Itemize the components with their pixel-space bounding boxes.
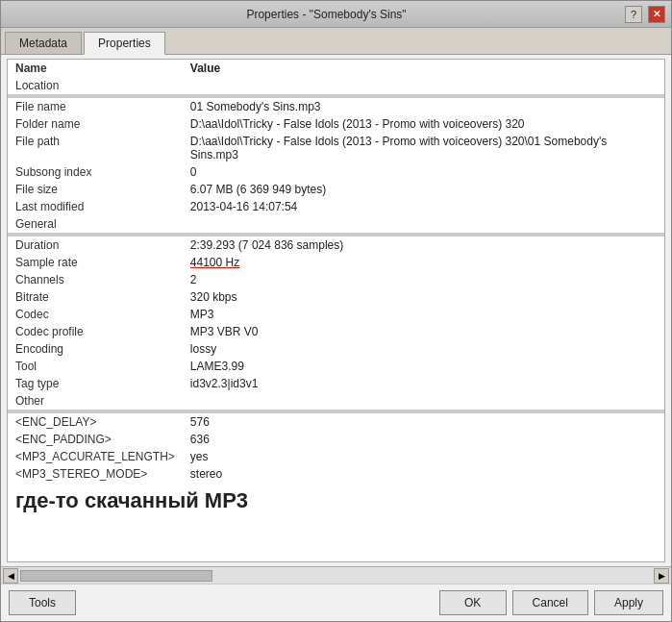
prop-name: Subsong index bbox=[8, 163, 183, 181]
prop-name: <MP3_ACCURATE_LENGTH> bbox=[8, 448, 183, 465]
prop-value: 2:39.293 (7 024 836 samples) bbox=[183, 236, 664, 254]
table-row: Codec MP3 bbox=[8, 306, 664, 323]
properties-table: Name Value Location File name 01 Somebod… bbox=[8, 60, 664, 483]
prop-name: Last modified bbox=[8, 198, 183, 215]
prop-name: Sample rate bbox=[8, 254, 183, 271]
prop-value: lossy bbox=[183, 340, 664, 358]
cancel-button[interactable]: Cancel bbox=[512, 590, 588, 615]
col-value-header: Value bbox=[183, 60, 664, 77]
prop-value: 320 kbps bbox=[183, 288, 664, 306]
prop-value: D:\aa\Idol\Tricky - False Idols (2013 - … bbox=[183, 115, 664, 133]
apply-button[interactable]: Apply bbox=[594, 590, 663, 615]
prop-value: MP3 bbox=[183, 306, 664, 323]
prop-name: Tag type bbox=[8, 375, 183, 392]
footer: Tools OK Cancel Apply bbox=[1, 584, 671, 621]
table-row: File size 6.07 MB (6 369 949 bytes) bbox=[8, 181, 664, 198]
horizontal-scrollbar[interactable]: ◀ ▶ bbox=[1, 566, 671, 584]
table-row: Tag type id3v2.3|id3v1 bbox=[8, 375, 664, 392]
table-row: File path D:\aa\Idol\Tricky - False Idol… bbox=[8, 133, 664, 163]
scroll-left-button[interactable]: ◀ bbox=[3, 568, 18, 584]
table-row: File name 01 Somebody's Sins.mp3 bbox=[8, 98, 664, 115]
table-row: Encoding lossy bbox=[8, 340, 664, 358]
prop-value: 01 Somebody's Sins.mp3 bbox=[183, 98, 664, 115]
section-general-header: General bbox=[8, 215, 664, 233]
tab-metadata[interactable]: Metadata bbox=[5, 32, 82, 54]
table-row: Subsong index 0 bbox=[8, 163, 664, 181]
table-row: Folder name D:\aa\Idol\Tricky - False Id… bbox=[8, 115, 664, 133]
annotation-text: где-то скачанный MP3 bbox=[8, 483, 664, 517]
ok-button[interactable]: OK bbox=[439, 590, 507, 615]
title-bar: Properties - "Somebody's Sins" ? ✕ bbox=[1, 1, 671, 28]
prop-value: 44100 Hz bbox=[183, 254, 664, 271]
col-name-header: Name bbox=[8, 60, 183, 77]
prop-name: File name bbox=[8, 98, 183, 115]
prop-name: Tool bbox=[8, 358, 183, 375]
properties-window: Properties - "Somebody's Sins" ? ✕ Metad… bbox=[0, 0, 672, 622]
prop-name: Bitrate bbox=[8, 288, 183, 306]
prop-value: stereo bbox=[183, 465, 664, 483]
prop-name: Codec profile bbox=[8, 323, 183, 340]
column-header-row: Name Value bbox=[8, 60, 664, 77]
tabs-bar: Metadata Properties bbox=[1, 28, 671, 55]
table-row: Duration 2:39.293 (7 024 836 samples) bbox=[8, 236, 664, 254]
prop-value: LAME3.99 bbox=[183, 358, 664, 375]
section-location-header: Location bbox=[8, 77, 664, 94]
prop-name: Channels bbox=[8, 271, 183, 288]
close-button[interactable]: ✕ bbox=[648, 6, 665, 23]
window-title: Properties - "Somebody's Sins" bbox=[28, 8, 625, 21]
prop-value: MP3 VBR V0 bbox=[183, 323, 664, 340]
prop-value: yes bbox=[183, 448, 664, 465]
table-row: Last modified 2013-04-16 14:07:54 bbox=[8, 198, 664, 215]
table-row: Channels 2 bbox=[8, 271, 664, 288]
table-row: <MP3_STEREO_MODE> stereo bbox=[8, 465, 664, 483]
content-area: Name Value Location File name 01 Somebod… bbox=[7, 59, 665, 562]
prop-name: File size bbox=[8, 181, 183, 198]
prop-value: D:\aa\Idol\Tricky - False Idols (2013 - … bbox=[183, 133, 664, 163]
prop-name: <MP3_STEREO_MODE> bbox=[8, 465, 183, 483]
prop-value: 6.07 MB (6 369 949 bytes) bbox=[183, 181, 664, 198]
tools-button[interactable]: Tools bbox=[9, 590, 76, 615]
prop-value: 2 bbox=[183, 271, 664, 288]
prop-value: id3v2.3|id3v1 bbox=[183, 375, 664, 392]
title-controls: ? ✕ bbox=[625, 6, 665, 23]
table-row: <MP3_ACCURATE_LENGTH> yes bbox=[8, 448, 664, 465]
table-row: <ENC_DELAY> 576 bbox=[8, 413, 664, 431]
sample-rate-value: 44100 Hz bbox=[190, 256, 239, 269]
prop-name: Codec bbox=[8, 306, 183, 323]
footer-buttons: OK Cancel Apply bbox=[439, 590, 663, 615]
table-row: Bitrate 320 kbps bbox=[8, 288, 664, 306]
prop-name: Encoding bbox=[8, 340, 183, 358]
prop-name: <ENC_DELAY> bbox=[8, 413, 183, 431]
help-button[interactable]: ? bbox=[625, 6, 642, 23]
prop-value: 2013-04-16 14:07:54 bbox=[183, 198, 664, 215]
prop-name: <ENC_PADDING> bbox=[8, 431, 183, 448]
prop-name: Duration bbox=[8, 236, 183, 254]
prop-value: 636 bbox=[183, 431, 664, 448]
scroll-thumb[interactable] bbox=[20, 570, 212, 582]
scroll-right-button[interactable]: ▶ bbox=[654, 568, 669, 584]
prop-name: Folder name bbox=[8, 115, 183, 133]
table-row: Tool LAME3.99 bbox=[8, 358, 664, 375]
prop-value: 576 bbox=[183, 413, 664, 431]
prop-value: 0 bbox=[183, 163, 664, 181]
table-row: <ENC_PADDING> 636 bbox=[8, 431, 664, 448]
table-row: Sample rate 44100 Hz bbox=[8, 254, 664, 271]
scroll-track[interactable] bbox=[18, 570, 654, 582]
section-other-header: Other bbox=[8, 392, 664, 410]
tab-properties[interactable]: Properties bbox=[84, 32, 165, 55]
table-row: Codec profile MP3 VBR V0 bbox=[8, 323, 664, 340]
prop-name: File path bbox=[8, 133, 183, 163]
